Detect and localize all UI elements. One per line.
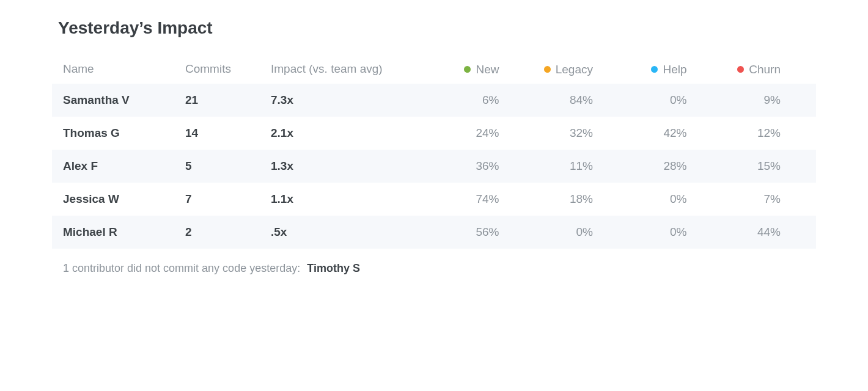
cell-impact: 1.1x [271, 192, 430, 206]
churn-dot-icon [737, 66, 744, 73]
cell-commits: 5 [185, 159, 271, 173]
cell-name: Jessica W [63, 192, 185, 206]
cell-impact: .5x [271, 225, 430, 239]
col-header-new-label: New [476, 63, 499, 76]
table-row: Samantha V 21 7.3x 6% 84% 0% 9% [52, 84, 816, 117]
table-row: Jessica W 7 1.1x 74% 18% 0% 7% [52, 183, 816, 216]
table-row: Thomas G 14 2.1x 24% 32% 42% 12% [52, 117, 816, 150]
col-header-legacy-label: Legacy [556, 63, 593, 76]
cell-legacy: 11% [524, 159, 618, 173]
cell-churn: 44% [712, 225, 806, 239]
cell-legacy: 18% [524, 192, 618, 206]
cell-commits: 7 [185, 192, 271, 206]
col-header-impact: Impact (vs. team avg) [271, 62, 430, 76]
cell-impact: 7.3x [271, 93, 430, 107]
col-header-legacy: Legacy [524, 62, 618, 76]
cell-name: Alex F [63, 159, 185, 173]
cell-legacy: 32% [524, 126, 618, 140]
col-header-help-label: Help [663, 63, 686, 76]
col-header-churn-label: Churn [749, 63, 781, 76]
impact-table: Name Commits Impact (vs. team avg) New L… [52, 55, 816, 249]
cell-new: 36% [430, 159, 524, 173]
col-header-commits: Commits [185, 62, 271, 76]
new-dot-icon [464, 66, 471, 73]
cell-new: 74% [430, 192, 524, 206]
table-header-row: Name Commits Impact (vs. team avg) New L… [52, 55, 816, 84]
cell-churn: 7% [712, 192, 806, 206]
cell-commits: 2 [185, 225, 271, 239]
cell-churn: 9% [712, 93, 806, 107]
footer-prefix: 1 contributor did not commit any code ye… [63, 262, 300, 274]
cell-impact: 1.3x [271, 159, 430, 173]
table-row: Michael R 2 .5x 56% 0% 0% 44% [52, 216, 816, 249]
col-header-help: Help [617, 62, 712, 76]
cell-impact: 2.1x [271, 126, 430, 140]
cell-name: Thomas G [63, 126, 185, 140]
cell-new: 24% [430, 126, 524, 140]
cell-help: 42% [617, 126, 712, 140]
help-dot-icon [651, 66, 658, 73]
cell-churn: 12% [712, 126, 806, 140]
cell-commits: 21 [185, 93, 271, 107]
cell-legacy: 84% [524, 93, 618, 107]
cell-help: 0% [617, 93, 712, 107]
cell-new: 6% [430, 93, 524, 107]
page-title: Yesterday’s Impact [58, 18, 816, 38]
col-header-new: New [430, 62, 524, 76]
table-row: Alex F 5 1.3x 36% 11% 28% 15% [52, 150, 816, 183]
cell-churn: 15% [712, 159, 806, 173]
cell-help: 28% [617, 159, 712, 173]
col-header-name: Name [63, 62, 185, 76]
cell-new: 56% [430, 225, 524, 239]
cell-legacy: 0% [524, 225, 618, 239]
col-header-churn: Churn [712, 62, 806, 76]
cell-commits: 14 [185, 126, 271, 140]
cell-help: 0% [617, 192, 712, 206]
cell-name: Samantha V [63, 93, 185, 107]
cell-name: Michael R [63, 225, 185, 239]
footer-noncommitter-name: Timothy S [307, 262, 360, 274]
legacy-dot-icon [544, 66, 551, 73]
cell-help: 0% [617, 225, 712, 239]
footer-note: 1 contributor did not commit any code ye… [63, 262, 816, 275]
